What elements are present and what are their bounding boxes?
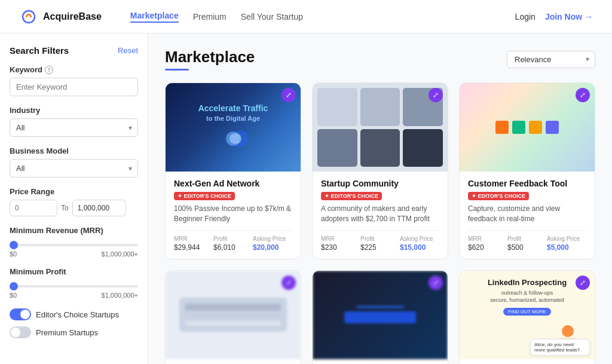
expand-btn-1[interactable]: ⤢: [281, 88, 296, 102]
price-min-input[interactable]: [10, 200, 57, 216]
main-layout: Search Filters Reset Keyword ? Industry …: [0, 33, 612, 364]
metric-mrr-2: MRR $230: [321, 235, 360, 252]
profit-slider[interactable]: [10, 285, 138, 287]
metric-profit-1: Profit $6,010: [213, 235, 253, 252]
nav: Marketplace Premium Sell Your Startup: [130, 11, 496, 23]
industry-label: Industry: [10, 106, 138, 115]
business-model-select-wrapper: All Subscription One-time Freemium: [10, 159, 138, 178]
business-model-filter: Business Model All Subscription One-time…: [10, 146, 138, 178]
main-content: Marketplace Relevance Newest Price: Low …: [148, 33, 612, 364]
card-desc-3: Capture, customize and view feedback in …: [468, 204, 586, 224]
editors-badge-2: ✦ EDITOR'S CHOICE: [321, 192, 382, 200]
sort-select-wrapper: Relevance Newest Price: Low to High Pric…: [507, 51, 595, 68]
sort-select[interactable]: Relevance Newest Price: Low to High Pric…: [507, 51, 595, 68]
keyword-help-icon[interactable]: ?: [45, 66, 53, 74]
metric-asking-3: Asking Price $5,000: [547, 235, 586, 252]
header-right: Login Join Now →: [515, 12, 593, 22]
price-max-input[interactable]: [72, 200, 126, 216]
toggle-filters: Editor's Choice Startups Premium Startup…: [10, 308, 138, 338]
expand-btn-4[interactable]: ⤢: [281, 276, 296, 290]
nav-marketplace[interactable]: Marketplace: [130, 11, 179, 23]
expand-btn-2[interactable]: ⤢: [429, 88, 443, 102]
keyword-filter: Keyword ?: [10, 65, 138, 96]
premium-toggle[interactable]: [10, 326, 31, 338]
title-underline: [165, 69, 189, 71]
cards-grid: Accelerate Trafficto the Digital Age ⤢ N…: [165, 82, 595, 364]
svg-point-4: [562, 325, 574, 337]
expand-btn-6[interactable]: ⤢: [576, 276, 590, 290]
card-linkedin[interactable]: LinkedIn Prospecting outreach & follow-u…: [459, 270, 595, 364]
card-image-community: ⤢: [313, 83, 448, 172]
industry-select[interactable]: All SaaS E-commerce Marketplace: [10, 118, 138, 137]
join-button[interactable]: Join Now →: [545, 12, 593, 22]
editors-choice-label: Editor's Choice Startups: [36, 310, 119, 319]
logo[interactable]: AcquireBase: [19, 7, 102, 26]
card-title-row-3: Customer Feedback Tool ✦ EDITOR'S CHOICE: [468, 179, 586, 200]
card-image-linkedin: LinkedIn Prospecting outreach & follow-u…: [460, 271, 595, 359]
nav-premium[interactable]: Premium: [193, 12, 227, 22]
linkedin-title-img: LinkedIn Prospecting: [488, 278, 567, 288]
header: AcquireBase Marketplace Premium Sell You…: [0, 0, 612, 33]
card-community[interactable]: ⤢ Startup Community ✦ EDITOR'S CHOICE A …: [312, 82, 448, 259]
mrr-label: Minimum Revenue (MRR): [10, 226, 138, 235]
card-metrics-3: MRR $620 Profit $500 Asking Price $5,000: [468, 230, 586, 252]
metric-profit-2: Profit $225: [360, 235, 400, 252]
card-desc-2: A community of makers and early adopters…: [321, 204, 439, 224]
editors-badge-3: ✦ EDITOR'S CHOICE: [468, 192, 529, 200]
card-adnetwork[interactable]: Accelerate Trafficto the Digital Age ⤢ N…: [165, 82, 301, 259]
expand-btn-5[interactable]: ⤢: [429, 276, 443, 290]
card-row2-1[interactable]: ⤢: [165, 270, 301, 364]
sidebar: Search Filters Reset Keyword ? Industry …: [0, 33, 148, 364]
expand-btn-3[interactable]: ⤢: [576, 88, 590, 102]
card-title-3: Customer Feedback Tool: [468, 179, 567, 188]
card-image-feedback: ⤢: [460, 83, 595, 172]
card-body-1: Next-Gen Ad Network ✦ EDITOR'S CHOICE 10…: [166, 172, 301, 259]
mrr-slider[interactable]: [10, 244, 138, 246]
industry-filter: Industry All SaaS E-commerce Marketplace: [10, 106, 138, 137]
logo-text: AcquireBase: [43, 11, 102, 22]
card-body-6: LinkedIn Prospecting outreach & follow-u…: [460, 359, 595, 364]
card-body-3: Customer Feedback Tool ✦ EDITOR'S CHOICE…: [460, 172, 595, 259]
editors-badge-1: ✦ EDITOR'S CHOICE: [174, 192, 235, 200]
profit-slider-container: $0 $1,000,000+: [10, 280, 138, 299]
metric-mrr-3: MRR $620: [468, 235, 507, 252]
page-title: Marketplace: [165, 48, 255, 66]
community-block-1: [317, 88, 357, 126]
title-block: Marketplace: [165, 48, 255, 71]
keyword-input[interactable]: [10, 78, 138, 96]
community-block-4: [317, 129, 357, 167]
login-button[interactable]: Login: [515, 12, 536, 22]
sidebar-title: Search Filters: [10, 45, 69, 56]
mrr-slider-container: $0 $1,000,000+: [10, 238, 138, 258]
sidebar-header: Search Filters Reset: [10, 45, 138, 56]
card-body-4: [166, 359, 301, 364]
card-metrics-2: MRR $230 Profit $225 Asking Price $15,00…: [321, 230, 439, 252]
mrr-range-labels: $0 $1,000,000+: [10, 250, 138, 258]
card-metrics-1: MRR $29,944 Profit $6,010 Asking Price $…: [174, 230, 292, 252]
card-title-1: Next-Gen Ad Network: [174, 179, 259, 188]
premium-label: Premium Startups: [36, 328, 98, 337]
card-feedback[interactable]: ⤢ Customer Feedback Tool ✦ EDITOR'S CHOI…: [459, 82, 595, 259]
reset-button[interactable]: Reset: [118, 46, 138, 55]
card-body-2: Startup Community ✦ EDITOR'S CHOICE A co…: [313, 172, 448, 259]
industry-select-wrapper: All SaaS E-commerce Marketplace: [10, 118, 138, 137]
nav-sell[interactable]: Sell Your Startup: [241, 12, 303, 22]
community-block-2: [360, 88, 400, 126]
feedback-color-blocks: [495, 121, 559, 134]
logo-icon: [19, 7, 38, 26]
editors-choice-toggle[interactable]: [10, 308, 31, 320]
editors-choice-toggle-row: Editor's Choice Startups: [10, 308, 138, 320]
metric-profit-3: Profit $500: [507, 235, 547, 252]
profit-label: Minimum Profit: [10, 267, 138, 276]
metric-asking-2: Asking Price $15,000: [400, 235, 439, 252]
card-desc-1: 100% Passive Income up to $7k/m & Beginn…: [174, 204, 292, 224]
card-image-adnetwork: Accelerate Trafficto the Digital Age ⤢: [166, 83, 301, 172]
business-model-select[interactable]: All Subscription One-time Freemium: [10, 159, 138, 178]
metric-asking-1: Asking Price $20,000: [253, 235, 292, 252]
card-row2-2[interactable]: ⤢: [312, 270, 448, 364]
profit-filter: Minimum Profit $0 $1,000,000+: [10, 267, 138, 299]
price-range-label: Price Range: [10, 187, 138, 196]
card-body-5: [313, 359, 448, 364]
premium-toggle-row: Premium Startups: [10, 326, 138, 338]
profit-range-labels: $0 $1,000,000+: [10, 292, 138, 299]
